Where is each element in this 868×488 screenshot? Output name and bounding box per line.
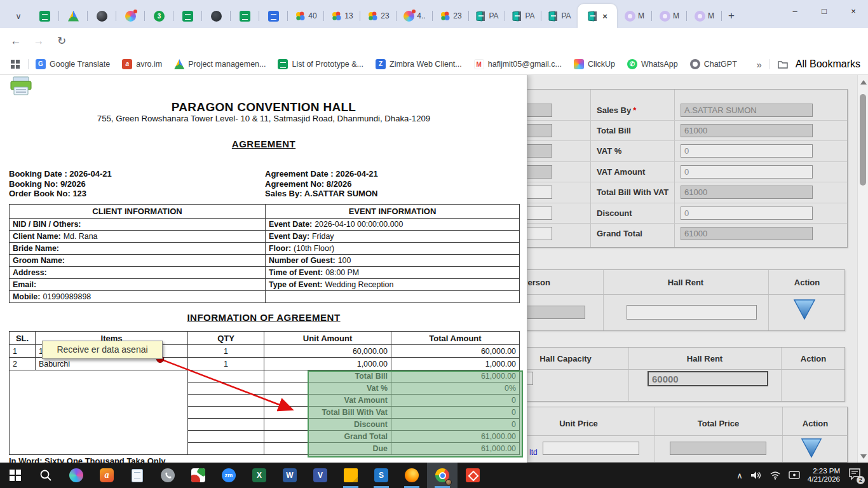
taskbar-sticky-notes[interactable] — [336, 463, 366, 488]
new-tab-button[interactable]: + — [722, 6, 741, 25]
taskbar-clock[interactable]: 2:23 PM 4/21/2026 — [808, 467, 840, 484]
tab-pa-2[interactable]: PA — [505, 6, 541, 25]
capacity-hall-rent-input[interactable] — [627, 305, 757, 320]
grand-total-input[interactable] — [681, 227, 813, 240]
profile-badge — [445, 479, 452, 485]
taskbar-word[interactable]: W — [275, 463, 305, 488]
scrollbar-up-arrow-icon[interactable] — [860, 80, 867, 85]
bookmark-gmail[interactable]: Mhafijmit05@gmail.c... — [474, 59, 562, 69]
tab-close-icon[interactable]: × — [602, 11, 607, 21]
bookmark-google-translate[interactable]: GGoogle Translate — [36, 59, 110, 69]
taskbar-whatsapp[interactable] — [153, 463, 183, 488]
vat-amount-input[interactable] — [681, 165, 813, 179]
wifi-icon[interactable] — [770, 471, 781, 480]
taskbar-start-button[interactable] — [0, 463, 31, 488]
all-bookmarks-label[interactable]: All Bookmarks — [796, 58, 860, 70]
window-minimize-button[interactable]: – — [780, 0, 810, 22]
pinned-tab-globe[interactable] — [202, 6, 231, 25]
bookmark-list-of-prototype[interactable]: List of Prototype &... — [278, 59, 363, 69]
tab-40[interactable]: 40 — [288, 6, 324, 25]
total-price-input[interactable] — [670, 442, 766, 455]
zoom-icon: zm — [222, 468, 236, 482]
pinned-tab-sheets-1[interactable] — [31, 6, 59, 25]
unit-price-input[interactable] — [543, 442, 639, 455]
bookmark-clickup[interactable]: ClickUp — [574, 59, 615, 69]
door-icon — [512, 11, 522, 22]
taskbar-s-app[interactable]: S — [366, 463, 397, 488]
bookmark-avro[interactable]: aavro.im — [122, 59, 162, 69]
tab-pa-3[interactable]: PA — [541, 6, 578, 25]
taskbar-search-button[interactable] — [31, 463, 61, 488]
vat-pct-input[interactable] — [681, 144, 813, 158]
pinned-tab-clickup[interactable] — [116, 6, 145, 25]
window-maximize-button[interactable]: □ — [810, 0, 839, 22]
total-bill-input[interactable] — [681, 124, 813, 137]
ltd-link[interactable]: ltd — [529, 448, 538, 457]
reload-button[interactable]: ↻ — [53, 33, 70, 50]
window-close-button[interactable]: × — [839, 0, 868, 22]
flower-icon — [695, 11, 705, 22]
tray-show-hidden-icons[interactable]: ∧ — [736, 471, 743, 480]
discount-input[interactable] — [681, 207, 813, 220]
image-viewer-icon — [191, 468, 205, 482]
red-diamond-icon — [466, 468, 480, 482]
active-tab[interactable]: × — [578, 4, 617, 28]
bookmark-chatgpt[interactable]: ChatGPT — [690, 59, 737, 69]
pinned-tab-sheets-3[interactable] — [231, 6, 259, 25]
taskbar-notepad[interactable] — [122, 463, 153, 488]
taskbar-chrome-active[interactable] — [427, 463, 458, 488]
apps-grid-icon[interactable] — [10, 59, 20, 69]
taskbar-visio[interactable]: V — [305, 463, 336, 488]
globe-icon — [211, 11, 222, 22]
tab-m-1[interactable]: M — [617, 6, 652, 25]
tab-m-3[interactable]: M — [687, 6, 722, 25]
unit-amount-header: Unit Amount — [264, 332, 391, 345]
tab-13[interactable]: 13 — [324, 6, 360, 25]
volume-icon[interactable] — [750, 470, 762, 480]
client-info-header: CLIENT INFORMATION — [10, 205, 266, 219]
print-icon[interactable] — [9, 76, 33, 97]
page-scrollbar[interactable] — [857, 75, 868, 463]
taskbar-firefox[interactable] — [397, 463, 427, 488]
pinned-tab-drive[interactable] — [59, 6, 88, 25]
bookmark-project-management[interactable]: Project managemen... — [174, 59, 266, 69]
tab-23b[interactable]: 23 — [433, 6, 469, 25]
bookmark-whatsapp[interactable]: ✆WhatsApp — [627, 59, 678, 69]
hall-rent-input[interactable] — [648, 371, 768, 386]
tab-pa-1[interactable]: PA — [469, 6, 505, 25]
pinned-tab-chat[interactable]: 3 — [145, 6, 173, 25]
drive-icon — [174, 59, 184, 69]
info-cell: Event Date:2026-04-10 00:00:00.000 — [266, 219, 520, 231]
tab-m-2[interactable]: M — [652, 6, 687, 25]
cast-display-icon[interactable] — [789, 471, 800, 480]
action-header: Action — [782, 419, 848, 428]
pinned-tab-docs[interactable] — [259, 6, 288, 25]
tab-4[interactable]: 4.. — [397, 6, 433, 25]
taskbar-image-viewer[interactable] — [183, 463, 214, 488]
tab-search-chevron[interactable]: ∨ — [6, 6, 31, 25]
taskbar-red-diamond-app[interactable] — [458, 463, 488, 488]
sheets-icon — [39, 11, 50, 22]
notification-center-button[interactable]: 2 — [848, 468, 863, 483]
taskbar-copilot[interactable] — [61, 463, 92, 488]
sales-by-input[interactable] — [681, 104, 813, 117]
bookmark-zimbra[interactable]: ZZimbra Web Client... — [376, 59, 462, 69]
bookmarks-overflow-icon[interactable]: » — [756, 59, 761, 70]
excel-icon: X — [252, 468, 266, 482]
pinned-tab-sphere[interactable] — [88, 6, 116, 25]
taskbar-zoom[interactable]: zm — [214, 463, 244, 488]
forward-button[interactable]: → — [31, 33, 47, 50]
tab-23a[interactable]: 23 — [360, 6, 397, 25]
action-dropdown-triangle-icon[interactable] — [800, 437, 823, 459]
action-dropdown-triangle-icon[interactable] — [792, 298, 817, 321]
agreement-heading: AGREEMENT — [0, 139, 527, 149]
booking-info-left: Booking Date : 2026-04-21 Booking No: 9/… — [9, 169, 112, 199]
taskbar-excel[interactable]: X — [244, 463, 275, 488]
pinned-tab-sheets-2[interactable] — [173, 6, 202, 25]
back-button[interactable]: ← — [8, 33, 24, 50]
total-bill-with-vat-input[interactable] — [681, 186, 813, 199]
taskbar-avro[interactable]: a — [92, 463, 122, 488]
scrollbar-thumb[interactable] — [860, 94, 866, 186]
scrollbar-down-arrow-icon[interactable] — [860, 454, 867, 459]
grand-total-label: Grand Total — [597, 227, 642, 240]
